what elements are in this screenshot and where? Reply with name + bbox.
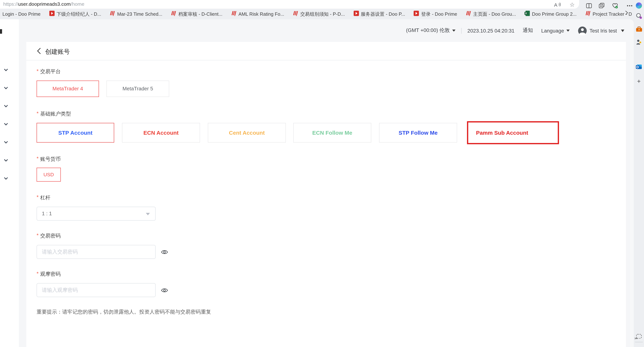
site-header: (GMT +00:00) 伦敦 2023.10.25 04:20:31 通知 L… bbox=[19, 20, 630, 42]
read-aloud-icon[interactable]: A bbox=[554, 1, 561, 8]
bookmark-item[interactable]: 主页面 - Doo Grou... bbox=[466, 10, 516, 18]
edge-sidebar: + ✂ bbox=[634, 0, 644, 347]
bookmark-item[interactable]: 服务器设置 - Doo P... bbox=[354, 10, 405, 18]
svg-text:X: X bbox=[525, 12, 527, 15]
currency-section-label: * 账号货币 bbox=[36, 156, 61, 163]
leverage-section-label: * 杠杆 bbox=[36, 194, 50, 201]
favorite-star-icon[interactable]: ☆ bbox=[568, 1, 576, 8]
bookmark-item[interactable]: 下级介绍经纪人 - D... bbox=[49, 10, 101, 18]
menu-expand-chevron-icon[interactable] bbox=[3, 139, 9, 145]
timezone-label: (GMT +00:00) 伦敦 bbox=[406, 27, 450, 34]
search-icon[interactable] bbox=[635, 12, 642, 20]
webpage-viewport: (GMT +00:00) 伦敦 2023.10.25 04:20:31 通知 L… bbox=[0, 20, 634, 347]
currency-option-usd[interactable]: USD bbox=[36, 168, 61, 182]
add-sidebar-item-icon[interactable]: + bbox=[635, 77, 642, 85]
url-host: user.dooprimeads3.com bbox=[18, 1, 71, 7]
site-left-menu-rail bbox=[0, 20, 19, 347]
bookmark-item[interactable]: Mar-23 Time Sched... bbox=[110, 10, 162, 18]
outlook-icon[interactable] bbox=[635, 63, 642, 71]
microsoft-365-icon[interactable] bbox=[635, 51, 642, 58]
browser-essentials-icon[interactable] bbox=[611, 2, 618, 9]
toolbox-icon[interactable] bbox=[635, 26, 642, 33]
doo-logo-favicon bbox=[171, 10, 176, 18]
header-divider bbox=[461, 28, 462, 34]
language-selector[interactable]: Language bbox=[541, 28, 570, 34]
bookmark-item[interactable]: 档案审核 - D-Client... bbox=[171, 10, 222, 18]
url-scheme: https:// bbox=[3, 1, 18, 7]
menu-expand-chevron-icon[interactable] bbox=[3, 121, 9, 127]
collections-icon[interactable] bbox=[598, 2, 606, 9]
required-marker: * bbox=[36, 194, 38, 200]
trading-password-section-label: * 交易密码 bbox=[36, 233, 61, 240]
required-marker: * bbox=[36, 68, 38, 74]
people-icon[interactable] bbox=[635, 38, 642, 46]
eye-icon[interactable] bbox=[161, 286, 168, 294]
menu-expand-chevron-icon[interactable] bbox=[3, 85, 9, 90]
split-screen-icon[interactable] bbox=[585, 2, 593, 9]
svg-text:A: A bbox=[554, 2, 557, 7]
account-type-pamm-sub[interactable]: Pamm Sub Account bbox=[467, 121, 559, 144]
back-arrow-icon[interactable] bbox=[36, 48, 41, 56]
username-label: Test Iris test bbox=[590, 28, 617, 34]
leverage-select[interactable]: 1 : 1 bbox=[36, 207, 156, 221]
account-type-ecn[interactable]: ECN Account bbox=[122, 123, 200, 143]
red-chevron-favicon bbox=[354, 10, 359, 18]
red-chevron-favicon bbox=[414, 10, 419, 18]
language-label: Language bbox=[541, 28, 564, 34]
chevron-down-icon bbox=[146, 213, 150, 215]
page-scrollbar[interactable] bbox=[630, 20, 634, 347]
menu-expand-chevron-icon[interactable] bbox=[3, 103, 9, 109]
bookmark-item[interactable]: 登录 - Doo Prime bbox=[414, 10, 457, 18]
doo-logo-favicon bbox=[466, 10, 471, 18]
platform-section-label: * 交易平台 bbox=[36, 68, 61, 75]
url-text[interactable]: https://user.dooprimeads3.com/home bbox=[3, 1, 84, 7]
account-type-ecn-follow-me[interactable]: ECN Follow Me bbox=[293, 123, 372, 143]
watch-password-section-label: * 观摩密码 bbox=[36, 271, 61, 278]
screenshot-snip-icon[interactable]: ✂ bbox=[635, 332, 642, 340]
excel-favicon: X bbox=[524, 10, 530, 18]
url-path: /home bbox=[71, 1, 84, 7]
bookmark-item[interactable]: AML Risk Rating Fo... bbox=[231, 10, 284, 18]
account-type-section-label: * 基础账户类型 bbox=[36, 111, 71, 118]
doo-logo-favicon bbox=[585, 10, 591, 18]
menu-expand-chevron-icon[interactable] bbox=[3, 176, 9, 181]
leverage-value: 1 : 1 bbox=[42, 211, 52, 217]
timezone-selector[interactable]: (GMT +00:00) 伦敦 bbox=[406, 27, 456, 34]
avatar bbox=[578, 26, 587, 35]
create-account-card: 创建账号 * 交易平台 MetaTrader 4 MetaTrader 5 * bbox=[26, 42, 626, 347]
copilot-icon[interactable] bbox=[635, 2, 642, 9]
settings-menu-icon[interactable] bbox=[626, 2, 633, 9]
menu-expand-chevron-icon[interactable] bbox=[3, 67, 9, 72]
bookmark-item[interactable]: Login - Doo Prime bbox=[2, 12, 40, 17]
chevron-down-icon bbox=[621, 29, 624, 32]
address-bar[interactable]: https://user.dooprimeads3.com/home A ☆ bbox=[0, 0, 579, 9]
account-type-stp-follow-me[interactable]: STP Follow Me bbox=[379, 123, 457, 143]
bookmarks-overflow-chevron-icon[interactable] bbox=[625, 10, 628, 17]
screen: https://user.dooprimeads3.com/home A ☆ L… bbox=[0, 0, 644, 347]
notifications-link[interactable]: 通知 bbox=[523, 27, 533, 34]
platform-option-metatrader5[interactable]: MetaTrader 5 bbox=[106, 81, 169, 97]
watch-password-input[interactable] bbox=[36, 283, 156, 297]
menu-expand-chevron-icon[interactable] bbox=[3, 157, 9, 163]
user-menu[interactable]: Test Iris test bbox=[578, 26, 624, 35]
datetime-label: 2023.10.25 04:20:31 bbox=[468, 28, 514, 34]
notifications-label: 通知 bbox=[523, 27, 533, 34]
account-type-cent[interactable]: Cent Account bbox=[208, 123, 286, 143]
bookmark-item[interactable]: 交易组别须知 - P-D... bbox=[293, 10, 345, 18]
required-marker: * bbox=[36, 156, 38, 161]
eye-icon[interactable] bbox=[161, 248, 168, 255]
trading-password-input[interactable] bbox=[36, 245, 156, 259]
partial-logo bbox=[0, 29, 2, 34]
browser-toolbar: https://user.dooprimeads3.com/home A ☆ L… bbox=[0, 0, 644, 20]
bookmark-item[interactable]: XDoo Prime Group 2... bbox=[524, 10, 576, 18]
account-type-stp[interactable]: STP Account bbox=[36, 123, 114, 143]
platform-option-metatrader4[interactable]: MetaTrader 4 bbox=[36, 81, 99, 97]
sidebar-divider bbox=[635, 342, 643, 342]
datetime-display: 2023.10.25 04:20:31 bbox=[468, 28, 514, 34]
page-title-row: 创建账号 bbox=[36, 48, 70, 56]
required-marker: * bbox=[36, 271, 38, 277]
divider bbox=[26, 60, 626, 61]
required-marker: * bbox=[36, 233, 38, 238]
doo-logo-favicon bbox=[293, 10, 298, 18]
chevron-down-icon bbox=[566, 30, 570, 32]
